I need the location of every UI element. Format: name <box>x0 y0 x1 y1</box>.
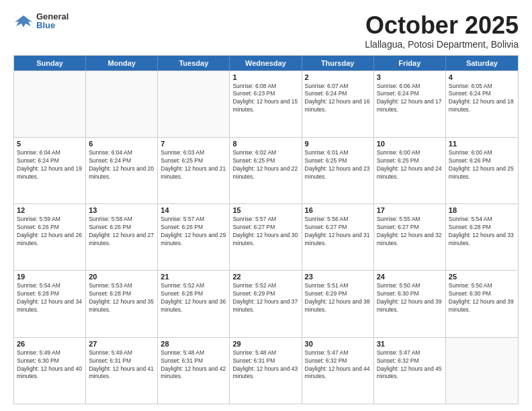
day-number: 4 <box>449 73 515 81</box>
day-number: 19 <box>17 273 83 281</box>
logo-blue: Blue <box>36 21 69 30</box>
cell-info: Sunrise: 5:49 AM Sunset: 6:31 PM Dayligh… <box>89 349 154 381</box>
day-number: 6 <box>89 140 154 148</box>
day-cell-6: 6Sunrise: 6:04 AM Sunset: 6:24 PM Daylig… <box>86 138 158 203</box>
empty-cell <box>86 71 158 137</box>
day-number: 5 <box>17 140 83 148</box>
cell-info: Sunrise: 5:48 AM Sunset: 6:31 PM Dayligh… <box>232 349 298 381</box>
cell-info: Sunrise: 5:51 AM Sunset: 6:29 PM Dayligh… <box>305 282 371 314</box>
cell-info: Sunrise: 5:50 AM Sunset: 6:30 PM Dayligh… <box>377 282 443 314</box>
location: Llallagua, Potosi Department, Bolivia <box>365 39 519 50</box>
cell-info: Sunrise: 6:01 AM Sunset: 6:25 PM Dayligh… <box>305 149 371 181</box>
cell-info: Sunrise: 5:58 AM Sunset: 6:26 PM Dayligh… <box>89 216 154 248</box>
day-number: 23 <box>305 273 371 281</box>
cell-info: Sunrise: 6:00 AM Sunset: 6:25 PM Dayligh… <box>377 149 443 181</box>
day-number: 14 <box>161 206 226 214</box>
cell-info: Sunrise: 5:49 AM Sunset: 6:30 PM Dayligh… <box>17 349 83 381</box>
cell-info: Sunrise: 6:08 AM Sunset: 6:23 PM Dayligh… <box>232 83 298 115</box>
day-cell-1: 1Sunrise: 6:08 AM Sunset: 6:23 PM Daylig… <box>230 71 302 137</box>
cell-info: Sunrise: 5:55 AM Sunset: 6:27 PM Dayligh… <box>377 216 443 248</box>
logo: General Blue <box>13 12 69 30</box>
day-cell-17: 17Sunrise: 5:55 AM Sunset: 6:27 PM Dayli… <box>374 204 446 270</box>
empty-cell <box>158 71 230 137</box>
day-number: 27 <box>89 340 154 348</box>
day-number: 22 <box>232 273 298 281</box>
calendar-row-4: 19Sunrise: 5:54 AM Sunset: 6:28 PM Dayli… <box>14 270 518 336</box>
weekday-header-wednesday: Wednesday <box>230 56 302 71</box>
day-number: 26 <box>17 340 83 348</box>
day-cell-18: 18Sunrise: 5:54 AM Sunset: 6:28 PM Dayli… <box>446 204 518 270</box>
calendar-row-2: 5Sunrise: 6:04 AM Sunset: 6:24 PM Daylig… <box>14 137 518 203</box>
day-cell-13: 13Sunrise: 5:58 AM Sunset: 6:26 PM Dayli… <box>86 204 158 270</box>
day-cell-20: 20Sunrise: 5:53 AM Sunset: 6:28 PM Dayli… <box>86 271 158 336</box>
day-number: 21 <box>161 273 226 281</box>
day-cell-12: 12Sunrise: 5:59 AM Sunset: 6:26 PM Dayli… <box>14 204 86 270</box>
svg-marker-0 <box>15 15 32 28</box>
cell-info: Sunrise: 6:00 AM Sunset: 6:26 PM Dayligh… <box>449 149 515 181</box>
day-cell-25: 25Sunrise: 5:50 AM Sunset: 6:30 PM Dayli… <box>446 271 518 336</box>
cell-info: Sunrise: 5:56 AM Sunset: 6:27 PM Dayligh… <box>305 216 371 248</box>
page: General Blue October 2025 Llallagua, Pot… <box>0 0 532 411</box>
day-cell-24: 24Sunrise: 5:50 AM Sunset: 6:30 PM Dayli… <box>374 271 446 336</box>
day-number: 30 <box>305 340 371 348</box>
day-number: 9 <box>305 140 371 148</box>
cell-info: Sunrise: 6:04 AM Sunset: 6:24 PM Dayligh… <box>89 149 154 181</box>
day-number: 7 <box>161 140 226 148</box>
cell-info: Sunrise: 6:05 AM Sunset: 6:24 PM Dayligh… <box>449 83 515 115</box>
weekday-header-tuesday: Tuesday <box>158 56 230 71</box>
day-cell-26: 26Sunrise: 5:49 AM Sunset: 6:30 PM Dayli… <box>14 338 86 404</box>
empty-cell <box>14 71 86 137</box>
day-number: 8 <box>232 140 298 148</box>
cell-info: Sunrise: 6:03 AM Sunset: 6:25 PM Dayligh… <box>161 149 226 181</box>
cell-info: Sunrise: 5:53 AM Sunset: 6:28 PM Dayligh… <box>89 282 154 314</box>
logo-text: General Blue <box>36 12 69 30</box>
calendar-body: 1Sunrise: 6:08 AM Sunset: 6:23 PM Daylig… <box>14 71 518 404</box>
cell-info: Sunrise: 5:47 AM Sunset: 6:32 PM Dayligh… <box>377 349 443 381</box>
weekday-header-saturday: Saturday <box>446 56 518 71</box>
day-cell-9: 9Sunrise: 6:01 AM Sunset: 6:25 PM Daylig… <box>302 138 374 203</box>
day-number: 31 <box>377 340 443 348</box>
day-cell-8: 8Sunrise: 6:02 AM Sunset: 6:25 PM Daylig… <box>230 138 302 203</box>
cell-info: Sunrise: 5:48 AM Sunset: 6:31 PM Dayligh… <box>161 349 226 381</box>
day-number: 1 <box>232 73 298 81</box>
empty-cell <box>446 338 518 404</box>
day-cell-27: 27Sunrise: 5:49 AM Sunset: 6:31 PM Dayli… <box>86 338 158 404</box>
day-number: 15 <box>232 206 298 214</box>
day-cell-21: 21Sunrise: 5:52 AM Sunset: 6:28 PM Dayli… <box>158 271 230 336</box>
day-number: 12 <box>17 206 83 214</box>
weekday-header-monday: Monday <box>86 56 158 71</box>
day-cell-5: 5Sunrise: 6:04 AM Sunset: 6:24 PM Daylig… <box>14 138 86 203</box>
calendar-row-5: 26Sunrise: 5:49 AM Sunset: 6:30 PM Dayli… <box>14 337 518 404</box>
day-number: 28 <box>161 340 226 348</box>
day-cell-3: 3Sunrise: 6:06 AM Sunset: 6:24 PM Daylig… <box>374 71 446 137</box>
cell-info: Sunrise: 5:52 AM Sunset: 6:29 PM Dayligh… <box>232 282 298 314</box>
day-cell-10: 10Sunrise: 6:00 AM Sunset: 6:25 PM Dayli… <box>374 138 446 203</box>
day-number: 11 <box>449 140 515 148</box>
day-cell-16: 16Sunrise: 5:56 AM Sunset: 6:27 PM Dayli… <box>302 204 374 270</box>
cell-info: Sunrise: 6:02 AM Sunset: 6:25 PM Dayligh… <box>232 149 298 181</box>
logo-icon <box>13 13 34 29</box>
day-cell-15: 15Sunrise: 5:57 AM Sunset: 6:27 PM Dayli… <box>230 204 302 270</box>
month-title: October 2025 <box>365 12 519 39</box>
calendar-header: SundayMondayTuesdayWednesdayThursdayFrid… <box>14 56 518 71</box>
cell-info: Sunrise: 6:06 AM Sunset: 6:24 PM Dayligh… <box>377 83 443 115</box>
day-cell-23: 23Sunrise: 5:51 AM Sunset: 6:29 PM Dayli… <box>302 271 374 336</box>
day-number: 13 <box>89 206 154 214</box>
day-cell-31: 31Sunrise: 5:47 AM Sunset: 6:32 PM Dayli… <box>374 338 446 404</box>
cell-info: Sunrise: 5:52 AM Sunset: 6:28 PM Dayligh… <box>161 282 226 314</box>
day-cell-28: 28Sunrise: 5:48 AM Sunset: 6:31 PM Dayli… <box>158 338 230 404</box>
cell-info: Sunrise: 6:07 AM Sunset: 6:24 PM Dayligh… <box>305 83 371 115</box>
day-cell-2: 2Sunrise: 6:07 AM Sunset: 6:24 PM Daylig… <box>302 71 374 137</box>
day-number: 3 <box>377 73 443 81</box>
day-cell-22: 22Sunrise: 5:52 AM Sunset: 6:29 PM Dayli… <box>230 271 302 336</box>
day-number: 25 <box>449 273 515 281</box>
day-cell-29: 29Sunrise: 5:48 AM Sunset: 6:31 PM Dayli… <box>230 338 302 404</box>
day-cell-14: 14Sunrise: 5:57 AM Sunset: 6:26 PM Dayli… <box>158 204 230 270</box>
calendar-row-1: 1Sunrise: 6:08 AM Sunset: 6:23 PM Daylig… <box>14 71 518 137</box>
header: General Blue October 2025 Llallagua, Pot… <box>13 12 519 50</box>
day-number: 16 <box>305 206 371 214</box>
day-number: 2 <box>305 73 371 81</box>
weekday-header-friday: Friday <box>374 56 446 71</box>
day-cell-19: 19Sunrise: 5:54 AM Sunset: 6:28 PM Dayli… <box>14 271 86 336</box>
cell-info: Sunrise: 5:57 AM Sunset: 6:26 PM Dayligh… <box>161 216 226 248</box>
